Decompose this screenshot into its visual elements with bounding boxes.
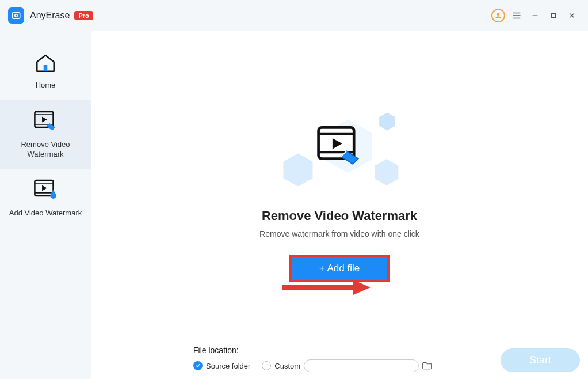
- radio-selected-icon: [193, 361, 203, 370]
- video-erase-large-icon: [315, 124, 364, 169]
- main-subtitle: Remove watermark from video with one cli…: [259, 229, 419, 238]
- custom-path-input[interactable]: [304, 359, 419, 372]
- hexagon-bg-icon: [374, 158, 399, 187]
- main-title: Remove Video Watermark: [262, 209, 417, 223]
- svg-marker-11: [375, 159, 398, 185]
- source-folder-option[interactable]: Source folder: [193, 361, 250, 370]
- sidebar-item-remove-video-watermark[interactable]: Remove Video Watermark: [0, 100, 91, 169]
- main-panel: Remove Video Watermark Remove watermark …: [91, 31, 588, 379]
- minimize-button[interactable]: [527, 7, 543, 24]
- hero-illustration: [276, 94, 403, 198]
- svg-rect-4: [552, 14, 556, 18]
- titlebar: AnyErase Pro: [0, 0, 588, 31]
- svg-rect-2: [15, 12, 18, 13]
- hexagon-bg-icon: [379, 112, 396, 131]
- account-button[interactable]: [490, 7, 506, 24]
- sidebar-item-label: Remove Video Watermark: [3, 140, 87, 160]
- pro-badge: Pro: [74, 11, 93, 20]
- close-icon: [568, 12, 576, 20]
- svg-rect-0: [12, 13, 20, 19]
- hexagon-bg-icon: [282, 152, 314, 188]
- menu-icon: [511, 10, 522, 21]
- svg-marker-10: [379, 112, 395, 130]
- svg-point-3: [497, 13, 500, 16]
- close-button[interactable]: [564, 7, 580, 24]
- sidebar-item-add-video-watermark[interactable]: Add Video Watermark: [0, 169, 91, 228]
- video-droplet-icon: [33, 178, 58, 204]
- home-icon: [34, 52, 57, 76]
- sidebar: Home Remove Video Watermark: [0, 31, 91, 379]
- source-folder-label: Source folder: [206, 362, 250, 370]
- account-icon: [491, 9, 505, 22]
- sidebar-item-label: Home: [36, 81, 56, 90]
- browse-folder-button[interactable]: [422, 361, 433, 372]
- footer-bar: File location: Source folder Custom: [193, 346, 580, 372]
- sidebar-item-label: Add Video Watermark: [9, 209, 82, 218]
- app-logo-icon: [8, 7, 24, 24]
- add-file-button[interactable]: + Add file: [292, 257, 387, 280]
- svg-rect-5: [44, 65, 48, 71]
- minimize-icon: [531, 12, 539, 20]
- svg-point-1: [15, 14, 18, 17]
- app-title: AnyErase: [30, 10, 70, 21]
- video-erase-icon: [33, 109, 58, 135]
- add-file-highlight: + Add file: [289, 255, 390, 282]
- svg-marker-9: [284, 153, 313, 187]
- start-button[interactable]: Start: [501, 348, 580, 372]
- maximize-icon: [550, 12, 557, 19]
- folder-icon: [422, 361, 433, 370]
- menu-button[interactable]: [509, 7, 525, 24]
- sidebar-item-home[interactable]: Home: [0, 43, 91, 100]
- file-location-label: File location:: [193, 346, 433, 355]
- radio-unselected-icon: [262, 361, 271, 370]
- custom-folder-option[interactable]: Custom: [262, 359, 433, 372]
- maximize-button[interactable]: [545, 7, 562, 24]
- custom-label: Custom: [274, 362, 300, 370]
